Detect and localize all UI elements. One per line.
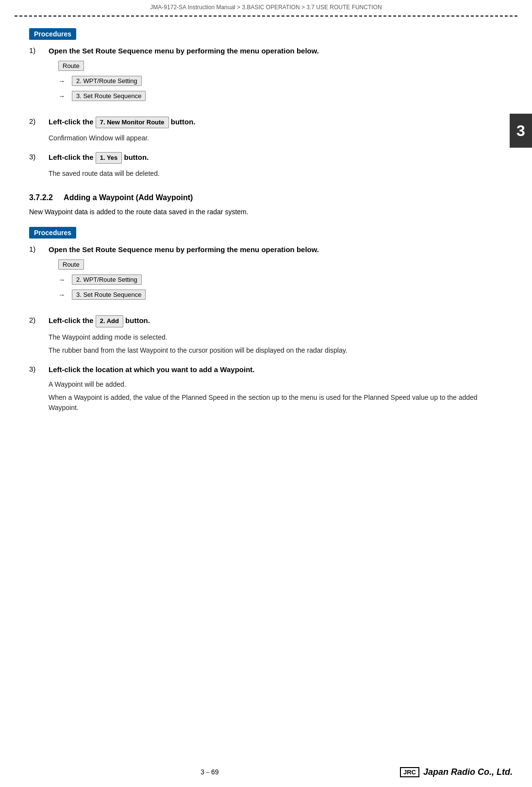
page-footer: 3－69 JRC Japan Radio Co., Ltd. — [0, 767, 532, 777]
procedures-badge-2: Procedures — [29, 227, 76, 239]
breadcrumb-text: JMA-9172-SA Instruction Manual > 3.BASIC… — [150, 4, 382, 11]
procedures-label-1: Procedures — [34, 30, 71, 38]
s2-step-2-number: 2) — [29, 316, 35, 324]
company-name: Japan Radio Co., Ltd. — [423, 767, 513, 777]
menu-arrow-2-1: → — [58, 92, 65, 100]
footer-page-number: 3－69 — [19, 768, 400, 777]
add-btn[interactable]: 2. Add — [96, 315, 123, 327]
menu-arrow-1-2: → — [58, 276, 65, 284]
menu-row-root-1: Route — [58, 61, 503, 71]
procedures-badge-1: Procedures — [29, 28, 76, 40]
step-3-content: Left-click the 1. Yes button. The saved … — [49, 152, 503, 179]
menu-arrow-1-1: → — [58, 77, 65, 85]
s2-step-3-desc2: When a Waypoint is added, the value of t… — [49, 393, 503, 413]
s2-step-3-text: Left-click the location at which you wan… — [49, 364, 503, 375]
step-1-number: 1) — [29, 46, 35, 54]
s2-step-2-desc1: The Waypoint adding mode is selected. — [49, 332, 503, 342]
main-content: 3 Procedures 1) Open the Set Route Seque… — [0, 17, 532, 436]
chapter-number: 3 — [516, 122, 525, 140]
step-2-item: 2) Left-click the 7. New Monitor Route b… — [29, 117, 503, 143]
menu-chain-2: Route → 2. WPT/Route Setting → 3. Set Ro… — [58, 259, 503, 300]
s2-step-1-content: Open the Set Route Sequence menu by perf… — [49, 244, 503, 307]
step-1-content: Open the Set Route Sequence menu by perf… — [49, 46, 503, 108]
menu-seq-btn-2[interactable]: 3. Set Route Sequence — [72, 290, 146, 300]
menu-row-root-2: Route — [58, 259, 503, 270]
menu-seq-btn-1[interactable]: 3. Set Route Sequence — [72, 91, 146, 101]
s2-step-3-item: 3) Left-click the location at which you … — [29, 364, 503, 413]
s2-step-1-text: Open the Set Route Sequence menu by perf… — [49, 244, 503, 255]
s2-step-1-num: 1) — [29, 244, 49, 307]
menu-wpt-btn-1[interactable]: 2. WPT/Route Setting — [72, 76, 142, 86]
s2-step-3-strong: Left-click the location at which you wan… — [49, 365, 254, 374]
s2-step-2-text: Left-click the 2. Add button. — [49, 315, 503, 327]
step-2-content: Left-click the 7. New Monitor Route butt… — [49, 117, 503, 143]
menu-arrow-2-2: → — [58, 291, 65, 299]
new-monitor-route-btn[interactable]: 7. New Monitor Route — [96, 117, 169, 128]
step-2-num: 2) — [29, 117, 49, 143]
page-breadcrumb: JMA-9172-SA Instruction Manual > 3.BASIC… — [0, 0, 532, 13]
section-272-heading: 3.7.2.2 Adding a Waypoint (Add Waypoint) — [29, 193, 503, 202]
s2-step-2-desc2: The rubber band from the last Waypoint t… — [49, 345, 503, 356]
section-title: Adding a Waypoint (Add Waypoint) — [64, 193, 193, 202]
menu-wpt-btn-2[interactable]: 2. WPT/Route Setting — [72, 274, 142, 285]
s2-step-1-number: 1) — [29, 245, 35, 253]
step-3-text: Left-click the 1. Yes button. — [49, 152, 503, 164]
step-2-desc: Confirmation Window will appear. — [49, 133, 503, 143]
step-3-pre: Left-click the — [49, 153, 96, 161]
menu-row-wpt-1: → 2. WPT/Route Setting — [58, 76, 503, 86]
menu-route-btn-2[interactable]: Route — [58, 259, 84, 270]
menu-route-btn-1[interactable]: Route — [58, 61, 84, 71]
s2-step-1-item: 1) Open the Set Route Sequence menu by p… — [29, 244, 503, 307]
menu-row-wpt-2: → 2. WPT/Route Setting — [58, 274, 503, 285]
step-3-post: button. — [124, 153, 149, 161]
s2-step-2-num: 2) — [29, 315, 49, 355]
step-2-post: button. — [171, 118, 196, 126]
procedures-label-2: Procedures — [34, 229, 71, 237]
s2-step-2-item: 2) Left-click the 2. Add button. The Way… — [29, 315, 503, 355]
step-1-item: 1) Open the Set Route Sequence menu by p… — [29, 46, 503, 108]
step-3-num: 3) — [29, 152, 49, 179]
s2-step-3-desc1: A Waypoint will be added. — [49, 379, 503, 390]
step-3-number: 3) — [29, 153, 35, 161]
footer-logo: JRC Japan Radio Co., Ltd. — [400, 767, 513, 777]
yes-btn[interactable]: 1. Yes — [96, 152, 122, 164]
step-3-desc: The saved route data will be deleted. — [49, 169, 503, 179]
step-1-text: Open the Set Route Sequence menu by perf… — [49, 46, 503, 56]
section-num: 3.7.2.2 — [29, 193, 53, 202]
step-3-item: 3) Left-click the 1. Yes button. The sav… — [29, 152, 503, 179]
menu-chain-1: Route → 2. WPT/Route Setting → 3. Set Ro… — [58, 61, 503, 101]
s2-step-3-num: 3) — [29, 364, 49, 413]
jrc-logo: JRC — [400, 767, 419, 777]
page-number-text: 3－69 — [200, 768, 218, 776]
s2-step-2-post: button. — [125, 316, 150, 325]
menu-row-seq-2: → 3. Set Route Sequence — [58, 290, 503, 300]
section-desc: New Waypoint data is added to the route … — [29, 207, 503, 217]
s2-step-3-content: Left-click the location at which you wan… — [49, 364, 503, 413]
step-2-text: Left-click the 7. New Monitor Route butt… — [49, 117, 503, 128]
menu-row-seq-1: → 3. Set Route Sequence — [58, 91, 503, 101]
s2-step-2-content: Left-click the 2. Add button. The Waypoi… — [49, 315, 503, 355]
step-1-num: 1) — [29, 46, 49, 108]
s2-step-3-number: 3) — [29, 365, 35, 373]
step-2-pre: Left-click the — [49, 118, 96, 126]
step-2-number: 2) — [29, 117, 35, 125]
s2-step-2-pre: Left-click the — [49, 316, 96, 325]
chapter-tab: 3 — [510, 114, 532, 148]
